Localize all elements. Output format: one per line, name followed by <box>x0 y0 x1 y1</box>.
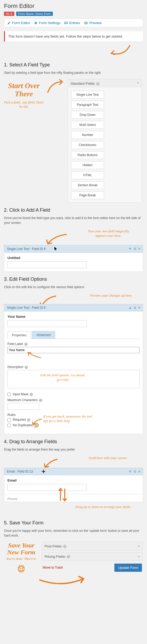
empty-form-notice: This form doesn't have any fields yet. F… <box>4 31 143 42</box>
standard-fields-panel: Standard Fields ? ▼ Single Line Text Par… <box>68 79 142 203</box>
field-type-button[interactable]: Paragraph Text <box>71 101 104 109</box>
field-type-button[interactable]: Radio Buttons <box>71 151 104 159</box>
move-to-trash-link[interactable]: Move to Trash <box>43 566 63 569</box>
step3-intro: Click on the edit link to configure the … <box>4 285 143 289</box>
field-type-button[interactable]: Section Break <box>71 181 104 189</box>
eye-icon <box>84 21 88 25</box>
step5-intro: Once you're happy with your form, rememb… <box>4 528 143 538</box>
arrow-icon <box>44 233 68 245</box>
step4-handwriting-top: Grab here with your cursor. <box>89 456 127 460</box>
duplicate-icon[interactable]: ⧉ <box>134 470 136 473</box>
step5-heading: 5. Save Your Form <box>4 520 143 526</box>
cursor-icon <box>54 247 57 251</box>
field-header-bar[interactable]: Single Line Text : Field ID 8 ▲ ⧉ ✕ <box>4 304 143 311</box>
field-bar-label: Email : Field ID 13 <box>7 470 33 473</box>
form-id-badge: ID: 5 <box>4 12 14 16</box>
panel-header[interactable]: Standard Fields ? ▼ <box>68 79 142 88</box>
property-tabs: Properties Advanced <box>7 331 140 339</box>
help-icon[interactable]: ? <box>96 82 100 85</box>
preview-text-input[interactable] <box>7 320 87 327</box>
required-checkbox[interactable] <box>7 418 11 422</box>
svg-point-4 <box>22 568 23 569</box>
field-type-button[interactable]: Checkboxes <box>71 141 104 149</box>
field-bar-label: Single Line Text : Field ID 8 <box>7 306 46 310</box>
collapse-icon[interactable]: ▼ <box>128 247 132 251</box>
meta-row: ID: 5 Form Name: Demo Form <box>4 12 143 16</box>
arrow-icon <box>46 79 65 95</box>
delete-icon[interactable]: ✕ <box>138 247 141 251</box>
help-icon[interactable]: ? <box>63 545 66 548</box>
step2-handwriting: Now your new field magically appears ove… <box>82 229 135 238</box>
step3-handwriting-mid: Edit the field options. Go ahead.. go cr… <box>39 373 87 382</box>
no-dup-label: No Duplicates <box>13 423 33 427</box>
help-icon[interactable]: ? <box>24 343 28 346</box>
help-icon[interactable]: ? <box>30 393 33 396</box>
field-type-button[interactable]: HTML <box>71 171 104 179</box>
field-text-input[interactable] <box>7 261 87 268</box>
delete-icon[interactable]: ✕ <box>138 470 141 473</box>
tab-advanced[interactable]: Advanced <box>32 331 55 339</box>
field-type-button[interactable]: Multi Select <box>71 121 104 129</box>
collapse-icon[interactable]: ▲ <box>128 306 132 310</box>
tab-form-editor[interactable]: Form Editor <box>7 21 30 25</box>
tab-settings-label: Form Settings <box>39 21 60 25</box>
field-type-button[interactable]: Number <box>71 131 104 139</box>
field-type-button[interactable]: Drop Down <box>71 111 104 119</box>
help-icon[interactable]: ? <box>39 399 42 402</box>
required-label: Required <box>13 418 26 421</box>
field-header-bar[interactable]: Email : Field ID 13 ▼ ⧉ ✕ <box>4 468 143 475</box>
tab-properties[interactable]: Properties <box>7 331 31 339</box>
form-name-badge: Form Name: Demo Form <box>16 12 53 16</box>
arrow-icon <box>42 458 58 469</box>
svg-point-2 <box>18 566 24 572</box>
pricing-fields-accordion[interactable]: Pricing Fields ? <box>42 552 143 561</box>
tab-entries[interactable]: Entries <box>64 21 80 25</box>
collapse-icon[interactable]: ▼ <box>137 81 139 84</box>
field-preview-body: Untitled <box>4 253 143 272</box>
help-icon[interactable]: ? <box>25 366 28 369</box>
svg-point-1 <box>86 23 87 24</box>
field-bar-label: Single Line Text : Field ID 8 <box>7 247 46 251</box>
step4-intro: Drag the fields to arrange them the way … <box>4 447 143 452</box>
svg-point-3 <box>20 568 20 569</box>
help-icon[interactable]: ? <box>67 555 70 558</box>
step2-heading: 2. Click to Add A Field <box>4 207 143 213</box>
duplicate-icon[interactable]: ⧉ <box>134 247 136 251</box>
collapse-icon[interactable]: ▼ <box>128 470 132 473</box>
step1-intro: Start by seleting a field type from the … <box>4 70 143 75</box>
arrow-icon <box>31 418 43 426</box>
step4-heading: 4. Drag to Arrange Fields <box>4 439 143 445</box>
tab-preview[interactable]: Preview <box>84 21 102 25</box>
field-type-button[interactable]: Page Break <box>71 191 104 199</box>
delete-icon[interactable]: ✕ <box>138 306 141 310</box>
help-icon[interactable]: ? <box>27 418 30 421</box>
tab-form-settings[interactable]: Form Settings <box>34 21 60 25</box>
no-duplicates-checkbox[interactable] <box>7 424 11 427</box>
gear-icon <box>34 21 37 25</box>
svg-point-0 <box>35 22 36 24</box>
arrow-icon <box>26 351 42 359</box>
post-fields-accordion[interactable]: Post Fields ? <box>42 542 143 551</box>
tab-editor-label: Form Editor <box>12 21 30 25</box>
field-type-button[interactable]: Hidden <box>71 161 104 169</box>
step1-handwriting: Start Over There <box>4 82 44 98</box>
move-icon[interactable] <box>42 470 45 473</box>
update-form-button[interactable]: Update Form <box>114 564 142 572</box>
field-phone-row: Phone <box>4 494 143 502</box>
arrow-updown-icon <box>57 486 68 504</box>
tab-bar: Form Editor Form Settings Entries Previe… <box>4 19 143 27</box>
field-header-bar[interactable]: Single Line Text : Field ID 8 ▼ ⧉ ✕ <box>4 245 143 253</box>
input-mask-label: Input Mask <box>13 392 28 396</box>
step5-handwriting: Save Your New Form <box>4 542 38 556</box>
max-chars-input[interactable] <box>7 403 39 410</box>
field-label: Untitled <box>7 256 140 260</box>
field-text-input[interactable] <box>7 484 87 491</box>
panel-body: Single Line Text Paragraph Text Drop Dow… <box>68 88 142 202</box>
accordion-label: Pricing Fields <box>45 555 65 559</box>
phone-label: Phone <box>7 497 18 501</box>
duplicate-icon[interactable]: ⧉ <box>134 306 136 310</box>
field-type-button[interactable]: Single Line Text <box>71 91 104 99</box>
panel-title-label: Standard Fields <box>71 81 95 85</box>
input-mask-checkbox[interactable] <box>7 393 11 396</box>
pencil-icon <box>7 21 11 25</box>
